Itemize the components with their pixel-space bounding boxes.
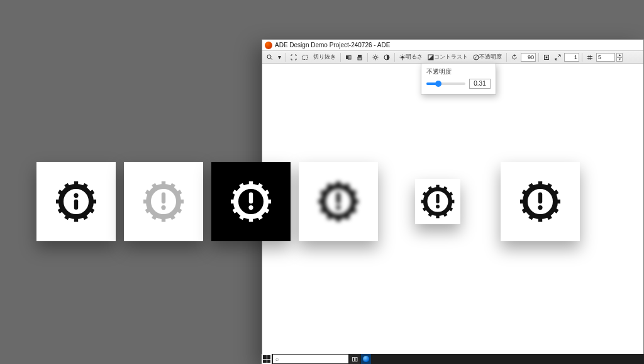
flip-vertical-icon	[357, 54, 363, 60]
crop-label: 切り抜き	[313, 53, 336, 61]
svg-rect-52	[336, 193, 340, 204]
app-icon	[265, 42, 272, 49]
svg-line-27	[404, 55, 404, 56]
svg-line-24	[401, 55, 401, 56]
contrast-button[interactable]: コントラスト	[426, 52, 470, 62]
svg-point-32	[546, 56, 548, 58]
separator	[367, 53, 368, 62]
gear-info-icon	[51, 176, 101, 227]
svg-rect-59	[355, 357, 357, 361]
taskbar-search-input[interactable]	[273, 355, 348, 363]
svg-point-49	[161, 205, 165, 210]
search-icon: ⌕	[275, 356, 279, 362]
demo-tile-4-blurred	[299, 162, 378, 241]
gear-warning-icon	[515, 176, 565, 227]
titlebar: ADE Design Demo Project-240726 - ADE	[262, 40, 643, 51]
flip-v-button[interactable]	[355, 52, 365, 62]
bounds-button[interactable]	[541, 52, 552, 62]
taskbar: ⌕	[262, 354, 644, 364]
scale-button[interactable]	[553, 52, 563, 62]
popover-title: 不透明度	[426, 67, 491, 76]
separator	[506, 53, 507, 62]
brightness-contrast-button[interactable]	[382, 52, 392, 62]
svg-line-26	[401, 59, 401, 59]
marquee-button[interactable]	[300, 52, 310, 62]
gear-warning-icon	[313, 176, 364, 227]
svg-rect-4	[349, 55, 351, 59]
rotate-icon	[511, 54, 518, 60]
scale-input[interactable]	[564, 53, 579, 62]
taskbar-app-ade[interactable]	[361, 354, 371, 364]
svg-rect-54	[436, 194, 439, 203]
opacity-icon	[473, 54, 479, 60]
zoom-dropdown[interactable]: ▾	[276, 52, 283, 62]
magnifier-icon	[267, 54, 273, 60]
toolbar: ▾ 切り抜き 明るさ コントラ	[262, 51, 643, 64]
separator	[582, 53, 582, 62]
svg-rect-3	[346, 55, 348, 59]
opacity-slider[interactable]	[426, 82, 465, 85]
svg-line-16	[374, 59, 374, 59]
taskbar-task-view[interactable]	[350, 354, 360, 364]
gear-warning-icon	[417, 181, 458, 222]
task-view-icon	[352, 356, 358, 362]
zoom-button[interactable]	[265, 52, 275, 62]
svg-rect-48	[162, 193, 165, 204]
demo-tile-5-small	[415, 179, 460, 224]
gear-warning-icon	[226, 176, 276, 227]
spinner-up[interactable]: ▴	[616, 53, 623, 57]
sun-icon	[399, 54, 406, 60]
settings-button[interactable]	[370, 52, 380, 62]
start-button[interactable]	[262, 354, 272, 364]
gear-icon	[372, 54, 379, 60]
svg-line-30	[474, 55, 478, 59]
window-title: ADE Design Demo Project-240726 - ADE	[275, 42, 390, 48]
svg-rect-58	[352, 357, 354, 361]
ade-app-icon	[363, 356, 369, 362]
svg-rect-56	[538, 193, 542, 204]
fullscreen-button[interactable]	[289, 52, 299, 62]
brightness-label: 明るさ	[406, 53, 423, 61]
grid-spinner[interactable]: ▴ ▾	[616, 53, 623, 62]
slider-thumb[interactable]	[435, 81, 441, 87]
svg-point-51	[248, 205, 253, 210]
grid-input[interactable]	[596, 53, 615, 62]
svg-line-25	[404, 59, 404, 59]
separator	[394, 53, 395, 62]
rotation-input[interactable]	[521, 53, 536, 62]
svg-line-17	[377, 55, 377, 55]
svg-line-1	[271, 58, 273, 60]
crop-button[interactable]: 切り抜き	[311, 52, 338, 62]
selection-icon	[302, 54, 308, 60]
svg-point-9	[374, 56, 377, 59]
demo-tile-1	[36, 162, 116, 241]
bounds-icon	[543, 54, 550, 60]
svg-rect-47	[74, 200, 78, 210]
opacity-value[interactable]: 0.31	[469, 79, 491, 89]
opacity-popover: 不透明度 0.31	[421, 63, 496, 94]
flip-h-button[interactable]	[343, 52, 353, 62]
svg-point-19	[401, 56, 404, 59]
demo-tile-2-low-opacity	[124, 162, 203, 241]
svg-point-55	[436, 205, 440, 208]
svg-rect-2	[303, 55, 308, 59]
flip-horizontal-icon	[345, 54, 352, 60]
separator	[538, 53, 539, 62]
grid-button[interactable]	[585, 52, 595, 62]
grid-icon	[587, 54, 593, 60]
expand-icon	[291, 54, 297, 60]
svg-point-57	[538, 205, 542, 210]
demo-tile-3-inverted	[211, 162, 291, 241]
rotate-button[interactable]	[509, 52, 519, 62]
brightness-button[interactable]: 明るさ	[397, 52, 425, 62]
scale-icon	[555, 54, 561, 60]
opacity-label: 不透明度	[479, 53, 502, 61]
opacity-button[interactable]: 不透明度	[471, 52, 504, 62]
svg-rect-50	[249, 193, 253, 204]
contrast-icon	[428, 54, 434, 60]
spinner-down[interactable]: ▾	[616, 57, 623, 62]
svg-point-53	[336, 205, 340, 210]
gear-warning-icon	[138, 176, 189, 227]
svg-rect-7	[358, 58, 362, 60]
svg-line-14	[374, 55, 374, 55]
